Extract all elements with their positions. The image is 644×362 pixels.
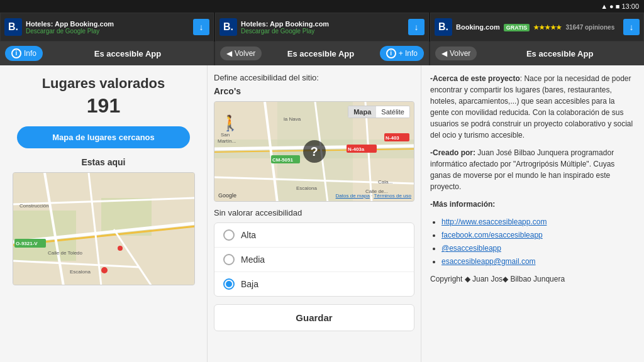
radio-label-baja: Baja <box>241 279 258 289</box>
google-logo: Google <box>218 192 236 199</box>
svg-point-12 <box>101 267 108 273</box>
link-item-2: facebook.com/esaccesibleapp <box>441 229 635 241</box>
define-text: Define accesibilidad del sitio: <box>214 73 414 82</box>
ad-title-3: Booking.com GRATIS ★★★★★ 31647 opiniones <box>456 23 619 31</box>
mini-map-left: O-9321-V Calle de Toledo Escalona Constr… <box>13 172 195 285</box>
svg-text:Cala...: Cala... <box>378 179 392 185</box>
svg-text:Escalona: Escalona <box>70 269 91 275</box>
info-button-2[interactable]: i + Info <box>380 46 424 61</box>
nav-bars-container: i Info Es accesible App ◀ Volver Es acce… <box>0 41 644 65</box>
about-bold: -Acerca de este proyecto <box>430 74 520 83</box>
svg-text:Escalona: Escalona <box>296 185 317 191</box>
about-paragraph: -Acerca de este proyecto: Nace por la ne… <box>430 73 635 141</box>
estas-aqui-label: Estas aqui <box>81 157 125 167</box>
download-btn-3[interactable]: ↓ <box>623 19 640 35</box>
ad-subtitle-1: Descargar de Google Play <box>26 28 189 35</box>
lugares-count: 191 <box>87 94 120 118</box>
booking-logo-3: B. <box>435 18 452 36</box>
main-content: Lugares valorados 191 Mapa de lugares ce… <box>0 65 644 362</box>
map-terms-link[interactable]: Términos de uso <box>374 193 411 199</box>
arcos-title: Arco's <box>214 86 414 96</box>
back-button-2[interactable]: ◀ Volver <box>220 47 262 60</box>
booking-logo-2: B. <box>219 18 237 36</box>
left-panel: Lugares valorados 191 Mapa de lugares ce… <box>0 65 208 362</box>
right-panel: -Acerca de este proyecto: Nace por la ne… <box>421 65 644 362</box>
map-person-icon: 🚶 <box>221 114 240 132</box>
nav-title-3: Es accesible App <box>480 49 639 58</box>
lugares-title: Lugares valorados <box>42 75 165 92</box>
guardar-button[interactable]: Guardar <box>214 304 414 331</box>
gratis-badge: GRATIS <box>504 24 530 31</box>
radio-circle-baja <box>223 278 235 290</box>
radio-label-media: Media <box>241 255 265 265</box>
radio-circle-alta <box>223 229 235 241</box>
ad-text-2: Hoteles: App Booking.com Descargar de Go… <box>241 20 404 35</box>
sin-valorar-label: Sin valorar accesibilidad <box>214 208 414 217</box>
svg-text:San: San <box>221 132 230 138</box>
svg-text:N-403a: N-403a <box>348 146 365 152</box>
nav-title-1: Es accesible App <box>47 49 209 58</box>
radio-item-media[interactable]: Media <box>214 248 414 272</box>
booking-logo-1: B. <box>4 18 22 36</box>
link-3[interactable]: @esaccesibleapp <box>441 244 501 253</box>
status-icons: ▲ ● ■ 13:00 <box>601 3 639 10</box>
radio-inner-baja <box>226 281 232 287</box>
back-chevron-3: ◀ <box>441 49 447 58</box>
map-question-marker: ? <box>303 140 326 163</box>
svg-text:Construcción: Construcción <box>19 203 49 209</box>
svg-text:O-9321-V: O-9321-V <box>16 241 38 246</box>
arcos-map: CM-5051 N-403a N-403 San Martín... la Na… <box>214 101 414 202</box>
radio-item-alta[interactable]: Alta <box>214 223 414 248</box>
link-item-4: esaccesibleapp@gmail.com <box>441 256 635 267</box>
radio-circle-media <box>223 254 235 265</box>
nav-bar-3: ◀ Volver Es accesible App <box>430 41 644 65</box>
nav-bar-1: i Info Es accesible App <box>0 41 214 65</box>
mini-map-svg: O-9321-V Calle de Toledo Escalona Constr… <box>13 173 195 285</box>
ad-subtitle-2: Descargar de Google Play <box>241 28 404 35</box>
radio-label-alta: Alta <box>241 230 256 240</box>
copyright-text: Copyright ◆ Juan Jos◆ Bilbao Junquera <box>430 273 635 285</box>
links-list: http://www.esaccesibleapp.com facebook.c… <box>430 216 635 267</box>
ad-bar-3[interactable]: B. Booking.com GRATIS ★★★★★ 31647 opinio… <box>430 13 644 41</box>
map-data-link[interactable]: Datos de mapa <box>336 193 370 199</box>
ad-bar-1[interactable]: B. Hoteles: App Booking.com Descargar de… <box>0 13 214 41</box>
svg-text:la Nava: la Nava <box>284 116 301 122</box>
download-btn-2[interactable]: ↓ <box>408 19 425 35</box>
svg-text:Martín...: Martín... <box>218 138 236 144</box>
about-text: : Nace por la necesidad de poder encontr… <box>430 74 633 140</box>
svg-text:N-403: N-403 <box>386 135 399 141</box>
link-item-3: @esaccesibleapp <box>441 243 635 254</box>
nav-bar-2: ◀ Volver Es accesible App i + Info <box>215 41 429 65</box>
nav-title-2: Es accesible App <box>265 49 375 58</box>
link-4[interactable]: esaccesibleapp@gmail.com <box>441 257 536 266</box>
map-type-tabs: Mapa Satélite <box>348 106 410 118</box>
back-button-3[interactable]: ◀ Volver <box>435 47 477 60</box>
ad-title-2: Hoteles: App Booking.com <box>241 20 404 28</box>
link-item-1: http://www.esaccesibleapp.com <box>441 216 635 228</box>
info-icon-2: i <box>386 48 396 58</box>
link-1[interactable]: http://www.esaccesibleapp.com <box>441 217 547 226</box>
info-icon-1: i <box>11 48 21 58</box>
download-btn-1[interactable]: ↓ <box>193 19 209 35</box>
map-tab-satelite[interactable]: Satélite <box>376 106 409 118</box>
svg-text:CM-5051: CM-5051 <box>272 157 293 163</box>
svg-text:Calle de Toledo: Calle de Toledo <box>48 250 83 256</box>
svg-point-13 <box>118 246 123 251</box>
radio-item-baja[interactable]: Baja <box>214 272 414 296</box>
middle-panel: Define accesibilidad del sitio: Arco's C… <box>208 65 421 362</box>
radio-group: Alta Media Baja <box>214 222 414 297</box>
author-bold: -Creado por: <box>430 148 475 157</box>
mas-info-label: -Más información: <box>430 199 635 210</box>
back-chevron-2: ◀ <box>226 49 232 58</box>
map-tab-mapa[interactable]: Mapa <box>348 106 376 118</box>
ad-text-1: Hoteles: App Booking.com Descargar de Go… <box>26 20 189 35</box>
ad-stars: ★★★★★ <box>533 24 562 31</box>
map-links: Datos de mapa · Términos de uso <box>336 193 411 199</box>
info-button-1[interactable]: i Info <box>5 46 43 61</box>
ad-reviews: 31647 opiniones <box>565 24 614 31</box>
mapa-btn[interactable]: Mapa de lugares cercanos <box>17 126 190 148</box>
status-bar: ▲ ● ■ 13:00 <box>0 0 644 13</box>
ad-bar-2[interactable]: B. Hoteles: App Booking.com Descargar de… <box>215 13 429 41</box>
link-2[interactable]: facebook.com/esaccesibleapp <box>441 231 543 239</box>
ad-title-1: Hoteles: App Booking.com <box>26 20 189 28</box>
